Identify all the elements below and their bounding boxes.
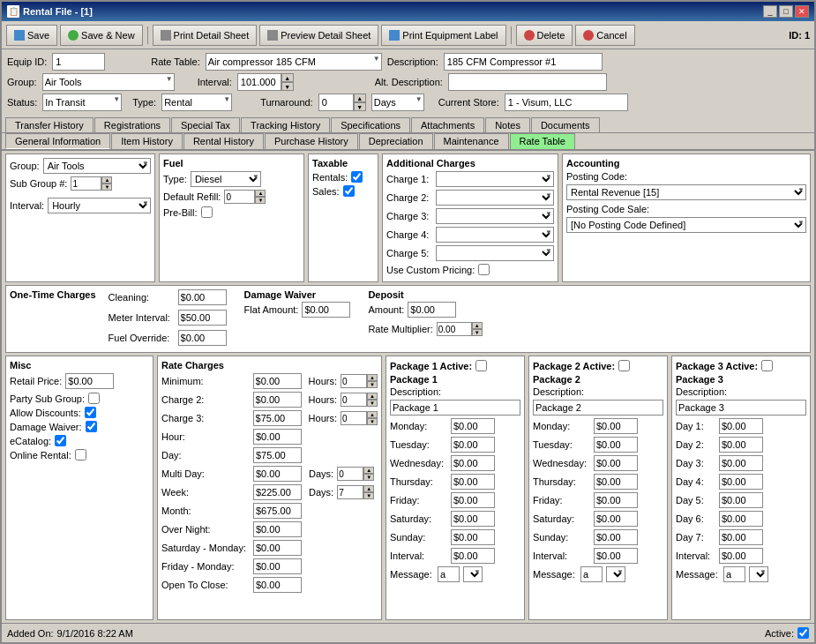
pkg2-monday[interactable] — [594, 418, 638, 434]
save-new-button[interactable]: Save & New — [60, 25, 143, 46]
pkg2-thursday[interactable] — [594, 474, 638, 490]
days-week-input[interactable] — [337, 485, 363, 499]
pkg3-day7[interactable] — [719, 529, 763, 545]
charge1-select[interactable] — [436, 171, 554, 187]
pkg3-active-checkbox[interactable] — [761, 360, 773, 371]
pkg2-tuesday[interactable] — [594, 437, 638, 453]
h3-up[interactable]: ▲ — [367, 411, 378, 418]
sat-mon-input[interactable] — [253, 540, 302, 556]
tab-rental-history[interactable]: Rental History — [183, 133, 264, 149]
current-store-input[interactable] — [505, 94, 628, 111]
pkg3-interval[interactable] — [719, 548, 763, 564]
h1-up[interactable]: ▲ — [367, 374, 378, 381]
interval-up[interactable]: ▲ — [281, 73, 294, 82]
tab-purchase-history[interactable]: Purchase History — [265, 133, 358, 149]
hour-input[interactable] — [253, 429, 302, 445]
misc-damage-waiver-checkbox[interactable] — [86, 421, 97, 432]
pkg1-wednesday[interactable] — [451, 455, 495, 471]
rate-table-select[interactable]: Air compressor 185 CFM — [206, 53, 382, 71]
equip-id-input[interactable] — [52, 53, 105, 71]
pkg1-monday[interactable] — [451, 418, 495, 434]
ecatalog-checkbox[interactable] — [55, 435, 66, 446]
rentals-checkbox[interactable] — [351, 171, 363, 183]
pkg2-interval[interactable] — [594, 548, 638, 564]
fuel-type-select[interactable]: Diesel — [191, 171, 261, 187]
multiday-input[interactable] — [253, 466, 302, 482]
pkg3-day4[interactable] — [719, 474, 763, 490]
pkg3-day3[interactable] — [719, 455, 763, 471]
turnaround-down[interactable]: ▼ — [354, 102, 366, 111]
online-rental-checkbox[interactable] — [75, 449, 86, 461]
posting-code-select[interactable]: Rental Revenue [15] — [566, 184, 806, 200]
rc-charge2-input[interactable] — [253, 392, 302, 408]
cancel-button[interactable]: Cancel — [575, 25, 634, 46]
type-select[interactable]: Rental — [161, 94, 232, 111]
pkg1-message-input[interactable] — [438, 566, 460, 582]
days-select[interactable]: Days — [371, 94, 424, 111]
pkg2-message-input[interactable] — [580, 566, 603, 582]
pkg1-message-select[interactable] — [463, 566, 483, 582]
posting-code-sale-select[interactable]: [No Posting Code Defined] — [566, 217, 806, 233]
save-button[interactable]: Save — [6, 25, 57, 46]
party-sub-checkbox[interactable] — [88, 393, 100, 404]
print-label-button[interactable]: Print Equipment Label — [381, 25, 505, 46]
hours1-input[interactable] — [341, 374, 367, 388]
day-input[interactable] — [253, 447, 302, 463]
pkg2-message-select[interactable] — [606, 566, 625, 582]
pkg2-saturday[interactable] — [594, 511, 638, 527]
month-input[interactable] — [253, 503, 302, 519]
charge2-select[interactable] — [436, 190, 554, 206]
wk-up[interactable]: ▲ — [363, 485, 374, 492]
default-refill-up[interactable]: ▲ — [255, 190, 266, 197]
flat-amount-input[interactable] — [302, 302, 350, 318]
description-input[interactable] — [444, 53, 603, 71]
pkg3-day5[interactable] — [719, 492, 763, 508]
days-multiday-input[interactable] — [337, 467, 363, 481]
interval-input[interactable] — [237, 73, 281, 91]
tab-maintenance[interactable]: Maintenance — [434, 133, 509, 149]
active-checkbox[interactable] — [797, 627, 809, 639]
pkg1-tuesday[interactable] — [451, 437, 495, 453]
pkg2-sunday[interactable] — [594, 529, 638, 545]
pkg1-friday[interactable] — [451, 492, 495, 508]
fri-mon-input[interactable] — [253, 558, 302, 574]
hours2-input[interactable] — [341, 393, 367, 407]
maximize-button[interactable]: □ — [779, 5, 793, 18]
custom-pricing-checkbox[interactable] — [478, 264, 490, 275]
tab-tracking-history[interactable]: Tracking History — [241, 117, 330, 132]
preview-detail-button[interactable]: Preview Detail Sheet — [259, 25, 378, 46]
interval-field-select[interactable]: Hourly — [48, 198, 151, 213]
tab-attachments[interactable]: Attachments — [411, 117, 484, 132]
tab-transfer-history[interactable]: Transfer History — [5, 117, 94, 132]
group-select[interactable]: Air Tools — [42, 73, 175, 91]
turnaround-up[interactable]: ▲ — [354, 94, 366, 102]
turnaround-input[interactable] — [318, 94, 354, 111]
group-field-select[interactable]: Air Tools — [43, 158, 151, 174]
pkg1-saturday[interactable] — [451, 511, 495, 527]
status-select[interactable]: In Transit — [42, 94, 122, 111]
print-detail-button[interactable]: Print Detail Sheet — [153, 25, 258, 46]
hours3-input[interactable] — [341, 411, 367, 425]
pkg3-desc-input[interactable] — [676, 400, 806, 416]
week-input[interactable] — [253, 484, 302, 500]
pkg3-message-input[interactable] — [723, 566, 745, 582]
pkg2-friday[interactable] — [594, 492, 638, 508]
sub-group-down[interactable]: ▼ — [101, 183, 112, 191]
h1-down[interactable]: ▼ — [367, 381, 378, 388]
pkg2-wednesday[interactable] — [594, 455, 638, 471]
pkg3-day6[interactable] — [719, 511, 763, 527]
tab-general-info[interactable]: General Information — [5, 133, 110, 149]
tab-special-tax[interactable]: Special Tax — [171, 117, 240, 132]
close-button[interactable]: ✕ — [795, 5, 809, 18]
rate-multiplier-input[interactable] — [437, 322, 472, 336]
charge3-select[interactable] — [436, 208, 554, 224]
tab-specifications[interactable]: Specifications — [331, 117, 410, 132]
tab-documents[interactable]: Documents — [531, 117, 600, 132]
retail-price-input[interactable] — [65, 373, 114, 389]
tab-registrations[interactable]: Registrations — [94, 117, 170, 132]
tab-item-history[interactable]: Item History — [111, 133, 183, 149]
open-close-input[interactable] — [253, 577, 302, 593]
rate-mult-up[interactable]: ▲ — [472, 322, 483, 329]
pkg1-sunday[interactable] — [451, 529, 495, 545]
h2-down[interactable]: ▼ — [367, 400, 378, 407]
